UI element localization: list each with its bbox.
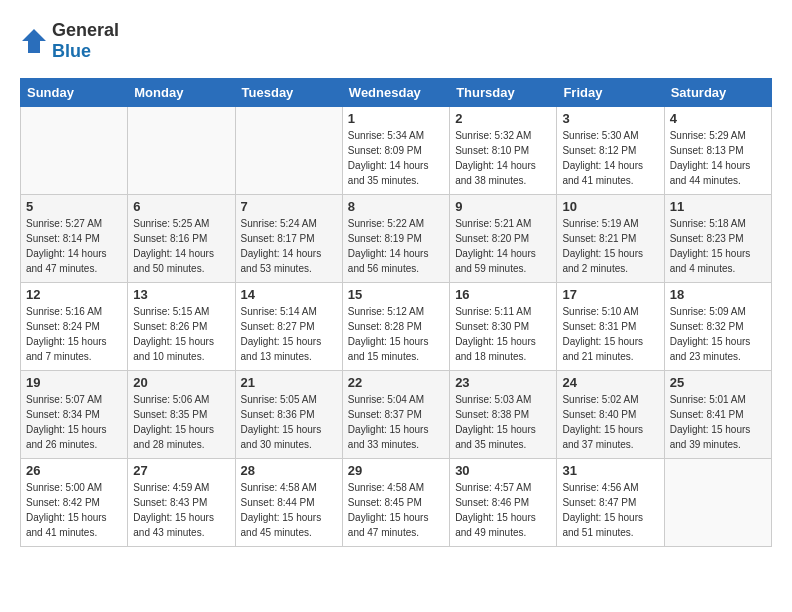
day-info: Sunrise: 4:57 AMSunset: 8:46 PMDaylight:…: [455, 480, 551, 540]
day-info: Sunrise: 5:19 AMSunset: 8:21 PMDaylight:…: [562, 216, 658, 276]
day-info: Sunrise: 5:01 AMSunset: 8:41 PMDaylight:…: [670, 392, 766, 452]
calendar-cell: [235, 107, 342, 195]
day-info: Sunrise: 5:12 AMSunset: 8:28 PMDaylight:…: [348, 304, 444, 364]
calendar-cell: 26Sunrise: 5:00 AMSunset: 8:42 PMDayligh…: [21, 459, 128, 547]
day-info: Sunrise: 5:21 AMSunset: 8:20 PMDaylight:…: [455, 216, 551, 276]
calendar-cell: 15Sunrise: 5:12 AMSunset: 8:28 PMDayligh…: [342, 283, 449, 371]
calendar-cell: 14Sunrise: 5:14 AMSunset: 8:27 PMDayligh…: [235, 283, 342, 371]
day-number: 27: [133, 463, 229, 478]
day-number: 31: [562, 463, 658, 478]
weekday-header-wednesday: Wednesday: [342, 79, 449, 107]
day-number: 7: [241, 199, 337, 214]
day-info: Sunrise: 5:11 AMSunset: 8:30 PMDaylight:…: [455, 304, 551, 364]
day-number: 17: [562, 287, 658, 302]
week-row-5: 26Sunrise: 5:00 AMSunset: 8:42 PMDayligh…: [21, 459, 772, 547]
svg-marker-0: [22, 29, 46, 53]
day-info: Sunrise: 5:27 AMSunset: 8:14 PMDaylight:…: [26, 216, 122, 276]
page-header: General Blue: [20, 20, 772, 62]
calendar-cell: 27Sunrise: 4:59 AMSunset: 8:43 PMDayligh…: [128, 459, 235, 547]
day-info: Sunrise: 5:18 AMSunset: 8:23 PMDaylight:…: [670, 216, 766, 276]
calendar-cell: 20Sunrise: 5:06 AMSunset: 8:35 PMDayligh…: [128, 371, 235, 459]
day-number: 13: [133, 287, 229, 302]
day-number: 19: [26, 375, 122, 390]
calendar-cell: 8Sunrise: 5:22 AMSunset: 8:19 PMDaylight…: [342, 195, 449, 283]
day-number: 26: [26, 463, 122, 478]
calendar-cell: 7Sunrise: 5:24 AMSunset: 8:17 PMDaylight…: [235, 195, 342, 283]
calendar-cell: 21Sunrise: 5:05 AMSunset: 8:36 PMDayligh…: [235, 371, 342, 459]
day-number: 29: [348, 463, 444, 478]
calendar-cell: 11Sunrise: 5:18 AMSunset: 8:23 PMDayligh…: [664, 195, 771, 283]
calendar-cell: 6Sunrise: 5:25 AMSunset: 8:16 PMDaylight…: [128, 195, 235, 283]
day-info: Sunrise: 4:59 AMSunset: 8:43 PMDaylight:…: [133, 480, 229, 540]
day-number: 12: [26, 287, 122, 302]
calendar-cell: 13Sunrise: 5:15 AMSunset: 8:26 PMDayligh…: [128, 283, 235, 371]
day-info: Sunrise: 4:58 AMSunset: 8:44 PMDaylight:…: [241, 480, 337, 540]
day-info: Sunrise: 4:56 AMSunset: 8:47 PMDaylight:…: [562, 480, 658, 540]
weekday-header-saturday: Saturday: [664, 79, 771, 107]
day-number: 21: [241, 375, 337, 390]
day-number: 8: [348, 199, 444, 214]
week-row-4: 19Sunrise: 5:07 AMSunset: 8:34 PMDayligh…: [21, 371, 772, 459]
calendar-table: SundayMondayTuesdayWednesdayThursdayFrid…: [20, 78, 772, 547]
calendar-cell: 31Sunrise: 4:56 AMSunset: 8:47 PMDayligh…: [557, 459, 664, 547]
day-info: Sunrise: 5:10 AMSunset: 8:31 PMDaylight:…: [562, 304, 658, 364]
weekday-header-friday: Friday: [557, 79, 664, 107]
calendar-cell: 12Sunrise: 5:16 AMSunset: 8:24 PMDayligh…: [21, 283, 128, 371]
day-info: Sunrise: 5:07 AMSunset: 8:34 PMDaylight:…: [26, 392, 122, 452]
day-number: 30: [455, 463, 551, 478]
calendar-cell: 3Sunrise: 5:30 AMSunset: 8:12 PMDaylight…: [557, 107, 664, 195]
weekday-header-tuesday: Tuesday: [235, 79, 342, 107]
day-info: Sunrise: 5:15 AMSunset: 8:26 PMDaylight:…: [133, 304, 229, 364]
day-info: Sunrise: 5:34 AMSunset: 8:09 PMDaylight:…: [348, 128, 444, 188]
calendar-cell: 29Sunrise: 4:58 AMSunset: 8:45 PMDayligh…: [342, 459, 449, 547]
week-row-2: 5Sunrise: 5:27 AMSunset: 8:14 PMDaylight…: [21, 195, 772, 283]
day-info: Sunrise: 5:03 AMSunset: 8:38 PMDaylight:…: [455, 392, 551, 452]
day-info: Sunrise: 5:29 AMSunset: 8:13 PMDaylight:…: [670, 128, 766, 188]
day-number: 24: [562, 375, 658, 390]
calendar-cell: [21, 107, 128, 195]
day-number: 2: [455, 111, 551, 126]
calendar-cell: 17Sunrise: 5:10 AMSunset: 8:31 PMDayligh…: [557, 283, 664, 371]
day-number: 23: [455, 375, 551, 390]
calendar-cell: 16Sunrise: 5:11 AMSunset: 8:30 PMDayligh…: [450, 283, 557, 371]
day-number: 22: [348, 375, 444, 390]
day-info: Sunrise: 5:00 AMSunset: 8:42 PMDaylight:…: [26, 480, 122, 540]
day-number: 16: [455, 287, 551, 302]
week-row-3: 12Sunrise: 5:16 AMSunset: 8:24 PMDayligh…: [21, 283, 772, 371]
day-info: Sunrise: 5:25 AMSunset: 8:16 PMDaylight:…: [133, 216, 229, 276]
calendar-cell: 1Sunrise: 5:34 AMSunset: 8:09 PMDaylight…: [342, 107, 449, 195]
weekday-header-row: SundayMondayTuesdayWednesdayThursdayFrid…: [21, 79, 772, 107]
day-number: 4: [670, 111, 766, 126]
day-number: 9: [455, 199, 551, 214]
calendar-cell: 30Sunrise: 4:57 AMSunset: 8:46 PMDayligh…: [450, 459, 557, 547]
day-info: Sunrise: 5:02 AMSunset: 8:40 PMDaylight:…: [562, 392, 658, 452]
day-number: 18: [670, 287, 766, 302]
logo: General Blue: [20, 20, 119, 62]
logo-text: General Blue: [52, 20, 119, 62]
week-row-1: 1Sunrise: 5:34 AMSunset: 8:09 PMDaylight…: [21, 107, 772, 195]
day-info: Sunrise: 5:16 AMSunset: 8:24 PMDaylight:…: [26, 304, 122, 364]
day-info: Sunrise: 5:14 AMSunset: 8:27 PMDaylight:…: [241, 304, 337, 364]
day-info: Sunrise: 5:06 AMSunset: 8:35 PMDaylight:…: [133, 392, 229, 452]
day-number: 15: [348, 287, 444, 302]
day-info: Sunrise: 5:05 AMSunset: 8:36 PMDaylight:…: [241, 392, 337, 452]
day-info: Sunrise: 5:30 AMSunset: 8:12 PMDaylight:…: [562, 128, 658, 188]
calendar-cell: 23Sunrise: 5:03 AMSunset: 8:38 PMDayligh…: [450, 371, 557, 459]
calendar-cell: 25Sunrise: 5:01 AMSunset: 8:41 PMDayligh…: [664, 371, 771, 459]
calendar-cell: 19Sunrise: 5:07 AMSunset: 8:34 PMDayligh…: [21, 371, 128, 459]
calendar-cell: 24Sunrise: 5:02 AMSunset: 8:40 PMDayligh…: [557, 371, 664, 459]
day-number: 1: [348, 111, 444, 126]
day-info: Sunrise: 5:32 AMSunset: 8:10 PMDaylight:…: [455, 128, 551, 188]
calendar-cell: 22Sunrise: 5:04 AMSunset: 8:37 PMDayligh…: [342, 371, 449, 459]
logo-blue: Blue: [52, 41, 91, 61]
day-number: 5: [26, 199, 122, 214]
calendar-cell: 18Sunrise: 5:09 AMSunset: 8:32 PMDayligh…: [664, 283, 771, 371]
day-info: Sunrise: 4:58 AMSunset: 8:45 PMDaylight:…: [348, 480, 444, 540]
calendar-cell: 5Sunrise: 5:27 AMSunset: 8:14 PMDaylight…: [21, 195, 128, 283]
logo-general: General: [52, 20, 119, 40]
day-info: Sunrise: 5:09 AMSunset: 8:32 PMDaylight:…: [670, 304, 766, 364]
calendar-cell: 28Sunrise: 4:58 AMSunset: 8:44 PMDayligh…: [235, 459, 342, 547]
weekday-header-monday: Monday: [128, 79, 235, 107]
calendar-cell: 10Sunrise: 5:19 AMSunset: 8:21 PMDayligh…: [557, 195, 664, 283]
day-number: 28: [241, 463, 337, 478]
